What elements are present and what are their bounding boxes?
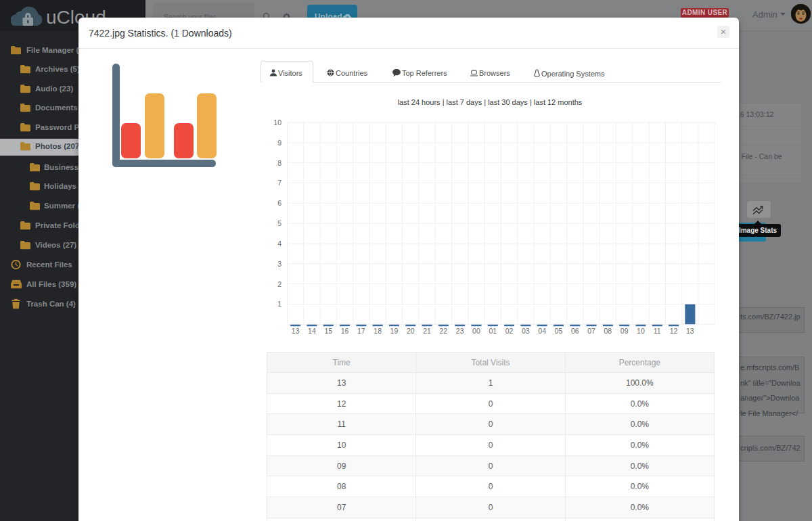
svg-text:10: 10 xyxy=(273,118,281,127)
svg-text:23: 23 xyxy=(456,327,464,335)
svg-text:13: 13 xyxy=(292,327,300,335)
svg-text:08: 08 xyxy=(604,327,612,335)
svg-text:11: 11 xyxy=(654,327,661,335)
svg-text:3: 3 xyxy=(277,260,281,268)
svg-text:10: 10 xyxy=(637,327,645,335)
svg-text:06: 06 xyxy=(571,327,579,335)
svg-text:1: 1 xyxy=(277,300,281,308)
svg-text:01: 01 xyxy=(489,327,497,335)
svg-text:19: 19 xyxy=(390,327,399,335)
svg-text:13: 13 xyxy=(686,327,694,335)
svg-text:15: 15 xyxy=(324,327,332,335)
svg-text:22: 22 xyxy=(440,327,448,335)
svg-text:00: 00 xyxy=(472,327,480,335)
svg-text:04: 04 xyxy=(538,327,546,335)
svg-text:14: 14 xyxy=(308,327,316,335)
svg-text:4: 4 xyxy=(277,240,281,248)
svg-text:03: 03 xyxy=(522,327,530,335)
svg-text:17: 17 xyxy=(357,327,365,335)
svg-text:09: 09 xyxy=(621,327,629,335)
svg-text:6: 6 xyxy=(277,199,281,207)
svg-text:12: 12 xyxy=(670,327,678,335)
svg-text:02: 02 xyxy=(505,327,514,335)
svg-text:07: 07 xyxy=(587,327,595,335)
svg-text:9: 9 xyxy=(277,139,281,147)
svg-text:2: 2 xyxy=(277,280,281,288)
svg-text:16: 16 xyxy=(341,327,349,335)
svg-text:8: 8 xyxy=(277,159,281,167)
svg-text:7: 7 xyxy=(277,179,281,187)
svg-text:05: 05 xyxy=(555,327,563,335)
svg-text:20: 20 xyxy=(407,327,415,335)
svg-text:18: 18 xyxy=(374,327,382,335)
svg-text:5: 5 xyxy=(277,219,281,227)
svg-text:21: 21 xyxy=(423,327,431,335)
